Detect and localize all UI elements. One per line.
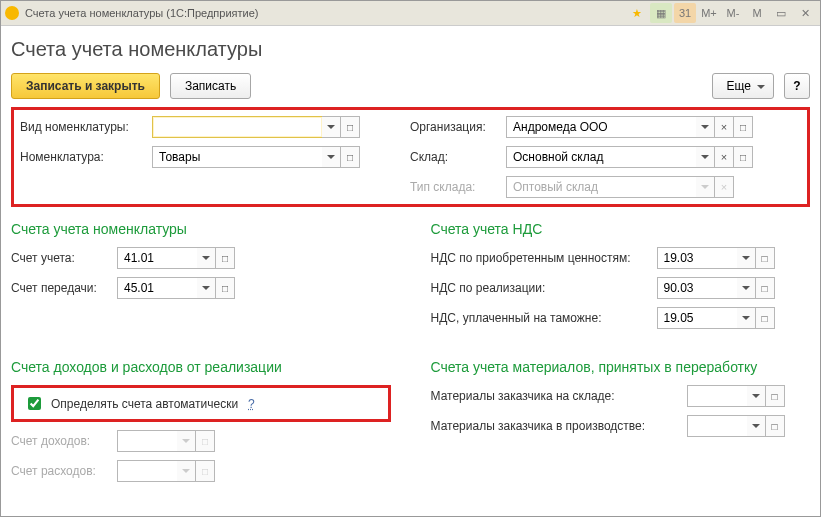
section-income: Счета доходов и расходов от реализации [11, 359, 391, 375]
highlight-box-top: Вид номенклатуры: □ Организация: × □ [11, 107, 810, 207]
open-icon[interactable]: □ [756, 307, 775, 329]
m-recall-icon[interactable]: M [746, 3, 768, 23]
mat-prod-label: Материалы заказчика в производстве: [431, 419, 681, 433]
save-button[interactable]: Записать [170, 73, 251, 99]
vat-purch-label: НДС по приобретенным ценностям: [431, 251, 651, 265]
open-icon[interactable]: □ [734, 146, 753, 168]
vat-sales-label: НДС по реализации: [431, 281, 651, 295]
expense-label: Счет расходов: [11, 464, 111, 478]
vat-customs-input[interactable] [657, 307, 737, 329]
acct-label: Счет учета: [11, 251, 111, 265]
mat-prod-field[interactable]: □ [687, 415, 785, 437]
transfer-field[interactable]: □ [117, 277, 235, 299]
open-icon: □ [196, 460, 215, 482]
wh-label: Склад: [410, 150, 500, 164]
open-icon[interactable]: □ [766, 415, 785, 437]
open-icon[interactable]: □ [341, 146, 360, 168]
clear-icon[interactable]: × [715, 146, 734, 168]
wh-input[interactable] [506, 146, 696, 168]
open-icon[interactable]: □ [756, 247, 775, 269]
dropdown-icon[interactable] [737, 247, 756, 269]
dropdown-icon[interactable] [747, 385, 766, 407]
toolbar: Записать и закрыть Записать Еще ? [11, 73, 810, 99]
content: Счета учета номенклатуры Записать и закр… [1, 26, 820, 516]
open-icon[interactable]: □ [734, 116, 753, 138]
calendar-icon[interactable]: 31 [674, 3, 696, 23]
col-right: Счета учета НДС НДС по приобретенным цен… [431, 213, 811, 490]
type-label: Вид номенклатуры: [20, 120, 146, 134]
dropdown-icon[interactable] [322, 116, 341, 138]
dropdown-icon[interactable] [737, 277, 756, 299]
m-plus-icon[interactable]: M+ [698, 3, 720, 23]
auto-checkbox[interactable] [28, 397, 41, 410]
close-icon[interactable]: ✕ [794, 3, 816, 23]
dropdown-icon [177, 430, 196, 452]
vat-purch-field[interactable]: □ [657, 247, 775, 269]
minimize-icon[interactable]: ▭ [770, 3, 792, 23]
open-icon[interactable]: □ [216, 277, 235, 299]
dropdown-icon[interactable] [696, 146, 715, 168]
clear-icon: × [715, 176, 734, 198]
help-button[interactable]: ? [784, 73, 810, 99]
wtype-field: × [506, 176, 734, 198]
income-label: Счет доходов: [11, 434, 111, 448]
nomen-label: Номенклатура: [20, 150, 146, 164]
vat-customs-label: НДС, уплаченный на таможне: [431, 311, 651, 325]
dropdown-icon [696, 176, 715, 198]
window-title: Счета учета номенклатуры (1С:Предприятие… [25, 7, 624, 19]
vat-sales-input[interactable] [657, 277, 737, 299]
org-input[interactable] [506, 116, 696, 138]
dropdown-icon[interactable] [737, 307, 756, 329]
income-input [117, 430, 177, 452]
dropdown-icon[interactable] [322, 146, 341, 168]
acct-input[interactable] [117, 247, 197, 269]
section-accounts: Счета учета номенклатуры [11, 221, 391, 237]
mat-stock-field[interactable]: □ [687, 385, 785, 407]
vat-sales-field[interactable]: □ [657, 277, 775, 299]
transfer-input[interactable] [117, 277, 197, 299]
clear-icon[interactable]: × [715, 116, 734, 138]
org-label: Организация: [410, 120, 500, 134]
acct-field[interactable]: □ [117, 247, 235, 269]
m-minus-icon[interactable]: M- [722, 3, 744, 23]
type-input[interactable] [152, 116, 322, 138]
more-button[interactable]: Еще [712, 73, 774, 99]
vat-purch-input[interactable] [657, 247, 737, 269]
highlight-box-auto: Определять счета автоматически ? [11, 385, 391, 422]
dropdown-icon[interactable] [197, 247, 216, 269]
auto-label: Определять счета автоматически [51, 397, 238, 411]
type-field[interactable]: □ [152, 116, 360, 138]
mat-stock-label: Материалы заказчика на складе: [431, 389, 681, 403]
mat-stock-input[interactable] [687, 385, 747, 407]
open-icon[interactable]: □ [766, 385, 785, 407]
expense-field: □ [117, 460, 215, 482]
dropdown-icon[interactable] [696, 116, 715, 138]
auto-checkbox-row[interactable]: Определять счета автоматически ? [20, 390, 382, 417]
section-materials: Счета учета материалов, принятых в перер… [431, 359, 811, 375]
wtype-label: Тип склада: [410, 180, 500, 194]
col-left: Счета учета номенклатуры Счет учета: □ С… [11, 213, 391, 490]
favorite-icon[interactable]: ★ [626, 3, 648, 23]
save-close-button[interactable]: Записать и закрыть [11, 73, 160, 99]
app-icon [5, 6, 19, 20]
calculator-icon[interactable]: ▦ [650, 3, 672, 23]
open-icon[interactable]: □ [756, 277, 775, 299]
dropdown-icon[interactable] [197, 277, 216, 299]
expense-input [117, 460, 177, 482]
nomen-field[interactable]: □ [152, 146, 360, 168]
vat-customs-field[interactable]: □ [657, 307, 775, 329]
wtype-input [506, 176, 696, 198]
auto-help-icon[interactable]: ? [248, 397, 255, 411]
wh-field[interactable]: × □ [506, 146, 753, 168]
mat-prod-input[interactable] [687, 415, 747, 437]
nomen-input[interactable] [152, 146, 322, 168]
columns: Счета учета номенклатуры Счет учета: □ С… [11, 213, 810, 490]
income-field: □ [117, 430, 215, 452]
app-window: Счета учета номенклатуры (1С:Предприятие… [0, 0, 821, 517]
open-icon[interactable]: □ [216, 247, 235, 269]
page-title: Счета учета номенклатуры [11, 38, 810, 61]
dropdown-icon[interactable] [747, 415, 766, 437]
open-icon[interactable]: □ [341, 116, 360, 138]
dropdown-icon [177, 460, 196, 482]
org-field[interactable]: × □ [506, 116, 753, 138]
